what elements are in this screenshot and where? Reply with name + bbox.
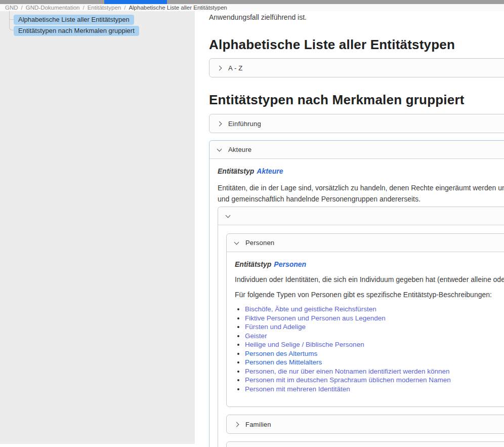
accordion-personen: Personen EntitätstypPersonen Individuen … <box>226 233 504 407</box>
accordion-familien-label: Familien <box>245 421 271 428</box>
sidebar-item-alphabetische-liste[interactable]: Alphabetische Liste aller Entitätstypen <box>14 15 134 25</box>
link-personen-mittelalter[interactable]: Personen des Mittelalters <box>245 358 322 366</box>
accordion-a-z: A - Z <box>209 58 504 77</box>
sidebar-nav: Alphabetische Liste aller Entitätstypen … <box>0 11 195 444</box>
accordion-koerperschaften: Körperschaften <box>226 441 504 447</box>
list-item: Personen mit im deutschen Sprachraum übl… <box>235 376 504 385</box>
breadcrumb-separator: / <box>83 5 85 11</box>
akteure-description-line1: Entitäten, die in der Lage sind, vorsätz… <box>218 182 504 193</box>
sidebar-item-merkmale-gruppiert[interactable]: Entitätstypen nach Merkmalen gruppiert <box>14 26 139 36</box>
link-fuersten-adelige[interactable]: Fürsten und Adelige <box>245 323 306 331</box>
page-progress-track <box>0 0 504 4</box>
breadcrumb-separator: / <box>124 5 125 11</box>
link-bischoefe[interactable]: Bischöfe, Äbte und geistliche Reichsfürs… <box>245 305 376 313</box>
accordion-subgroup-body: Personen EntitätstypPersonen Individuen … <box>218 225 504 447</box>
accordion-akteure-label: Akteure <box>228 146 251 153</box>
accordion-koerperschaften-header[interactable]: Körperschaften <box>227 442 504 447</box>
accordion-einfuehrung-header[interactable]: Einführung <box>209 114 504 133</box>
link-heilige-selige[interactable]: Heilige und Selige / Biblische Personen <box>245 341 364 348</box>
list-item: Personen des Mittelalters <box>235 358 504 367</box>
tree-connector-stub <box>10 19 14 20</box>
main-content: Anwendungsfall zielführend ist. Alphabet… <box>195 11 504 447</box>
link-personen-altertum[interactable]: Personen des Altertums <box>245 350 317 357</box>
chevron-right-icon <box>234 422 239 427</box>
tree-connector-line <box>9 11 14 30</box>
link-fiktive-personen[interactable]: Fiktive Personen und Personen aus Legend… <box>245 314 386 322</box>
list-item: Heilige und Selige / Biblische Personen <box>235 340 504 349</box>
list-item: Fürsten und Adelige <box>235 322 504 332</box>
breadcrumb-gnd[interactable]: GND <box>5 5 18 11</box>
accordion-personen-label: Personen <box>245 239 274 247</box>
accordion-familien: Familien <box>226 415 504 434</box>
breadcrumb-current-page: Alphabetische Liste aller Entitätstypen <box>129 5 227 11</box>
chevron-down-icon <box>226 213 231 218</box>
breadcrumb: GND / GND-Dokumentation / Entitätstypen … <box>0 4 504 11</box>
accordion-familien-header[interactable]: Familien <box>227 415 504 433</box>
breadcrumb-separator: / <box>21 5 23 11</box>
heading-merkmale-gruppiert: Entitätstypen nach Merkmalen gruppiert <box>209 92 504 108</box>
entity-type-prefix: Entitätstyp <box>218 167 254 175</box>
link-personen-moderne-namen[interactable]: Personen mit im deutschen Sprachraum übl… <box>245 376 451 384</box>
chevron-right-icon <box>217 65 222 70</box>
list-item: Bischöfe, Äbte und geistliche Reichsfürs… <box>235 305 504 314</box>
personen-type-list: Bischöfe, Äbte und geistliche Reichsfürs… <box>235 305 504 393</box>
entity-type-line: EntitätstypAkteure <box>218 167 504 175</box>
accordion-einfuehrung-label: Einführung <box>228 120 261 128</box>
accordion-akteure-subgroup: Personen EntitätstypPersonen Individuen … <box>218 207 504 447</box>
personen-description: Individuen oder Identitäten, die sich ei… <box>235 275 504 283</box>
accordion-subgroup-header[interactable] <box>218 207 504 225</box>
breadcrumb-gnd-dokumentation[interactable]: GND-Dokumentation <box>26 5 80 11</box>
list-item: Geister <box>235 332 504 341</box>
accordion-a-z-header[interactable]: A - Z <box>209 59 504 77</box>
akteure-description-line2: und gemeinschaftlich handelnde Personeng… <box>218 193 504 205</box>
entity-type-link-akteure[interactable]: Akteure <box>257 167 283 175</box>
accordion-a-z-label: A - Z <box>228 64 242 72</box>
accordion-einfuehrung: Einführung <box>209 114 504 133</box>
link-personen-mehrere-identitaeten[interactable]: Personen mit mehreren Identitäten <box>245 385 350 393</box>
chevron-down-icon <box>217 146 222 151</box>
accordion-akteure-body: EntitätstypAkteure Entitäten, die in der… <box>209 159 504 447</box>
accordion-akteure-header[interactable]: Akteure <box>209 141 504 159</box>
akteure-description: Entitäten, die in der Lage sind, vorsätz… <box>218 182 504 205</box>
breadcrumb-entitaetstypen[interactable]: Entitätstypen <box>88 5 121 11</box>
entity-type-link-personen[interactable]: Personen <box>274 260 306 268</box>
accordion-akteure: Akteure EntitätstypAkteure Entitäten, di… <box>209 140 504 447</box>
accordion-personen-body: EntitätstypPersonen Individuen oder Iden… <box>227 252 504 407</box>
sidebar-column: Alphabetische Liste aller Entitätstypen … <box>0 11 195 447</box>
personen-list-intro: Für folgende Typen von Personen gibt es … <box>235 291 504 299</box>
page-progress-fill <box>104 0 167 4</box>
heading-alphabetische-liste: Alphabetische Liste aller Entitätstypen <box>209 36 504 53</box>
list-item: Personen mit mehreren Identitäten <box>235 385 504 394</box>
link-personen-notname[interactable]: Personen, die nur über einen Notnamen id… <box>245 368 450 375</box>
list-item: Fiktive Personen und Personen aus Legend… <box>235 314 504 323</box>
chevron-down-icon <box>234 239 239 245</box>
chevron-right-icon <box>217 121 222 126</box>
list-item: Personen, die nur über einen Notnamen id… <box>235 367 504 376</box>
list-item: Personen des Altertums <box>235 349 504 358</box>
app-body: Alphabetische Liste aller Entitätstypen … <box>0 11 504 447</box>
intro-paragraph-tail: Anwendungsfall zielführend ist. <box>209 13 504 21</box>
entity-type-prefix: Entitätstyp <box>235 260 271 268</box>
main-content-inner: Anwendungsfall zielführend ist. Alphabet… <box>195 11 504 447</box>
link-geister[interactable]: Geister <box>245 332 267 340</box>
accordion-personen-header[interactable]: Personen <box>227 234 504 252</box>
entity-type-line: EntitätstypPersonen <box>235 260 504 268</box>
